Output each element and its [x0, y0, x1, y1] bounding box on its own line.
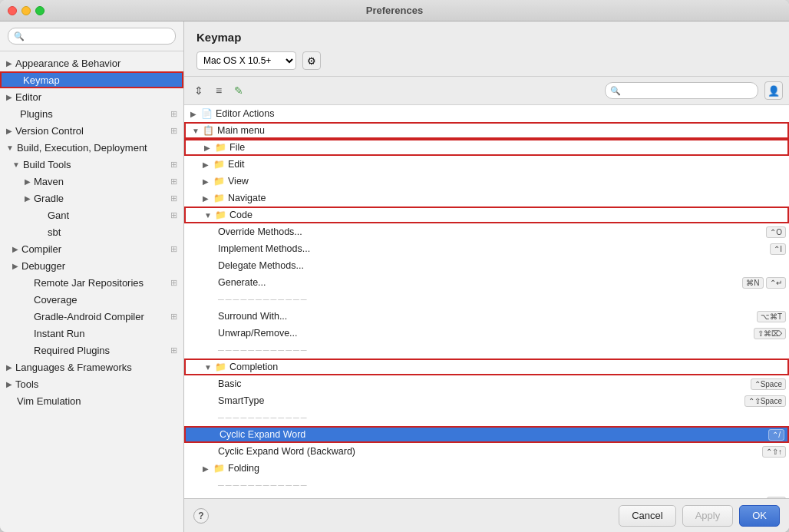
ok-button[interactable]: OK: [739, 505, 780, 527]
tree-toolbar: ⇕ ≡ ✎ 🔍 👤: [184, 77, 789, 105]
sidebar-item-sbt-label: sbt: [48, 226, 61, 238]
separator2-label: ────────────: [218, 345, 309, 355]
preferences-window: Preferences 🔍 ▶ Appearance & Behavior: [0, 0, 789, 532]
help-button[interactable]: ?: [193, 508, 209, 524]
tree-row-basic[interactable]: Basic ⌃Space: [184, 375, 789, 392]
tree-row-unwrap-remove[interactable]: Unwrap/Remove... ⇧⌘⌦: [184, 325, 789, 342]
tree-row-delegate-methods[interactable]: Delegate Methods...: [184, 257, 789, 274]
sidebar-item-version-control[interactable]: ▶ Version Control ⊞: [0, 122, 183, 139]
sidebar-item-plugins-label: Plugins: [20, 108, 53, 120]
tree-row-surround-with[interactable]: Surround With... ⌥⌘T: [184, 308, 789, 325]
sidebar-item-build-execution[interactable]: ▼ Build, Execution, Deployment: [0, 139, 183, 156]
tree-row-editor-actions[interactable]: ▶ 📄 Editor Actions: [184, 105, 789, 122]
tree-row-cyclic-expand-word-back[interactable]: Cyclic Expand Word (Backward) ⌃⇧↑: [184, 443, 789, 460]
tree-row-override-methods[interactable]: Override Methods... ⌃O: [184, 223, 789, 240]
tree-row-edit[interactable]: ▶ 📁 Edit: [184, 156, 789, 173]
generate-label: Generate...: [218, 277, 266, 288]
filter-button[interactable]: ≡: [210, 82, 227, 99]
sidebar-search-input[interactable]: [8, 28, 176, 45]
traffic-lights: [8, 6, 45, 15]
sidebar-item-gant[interactable]: Gant ⊞: [0, 207, 183, 223]
tree-row-smarttype[interactable]: SmartType ⌃⇧Space: [184, 392, 789, 409]
separator3-label: ────────────: [218, 413, 309, 422]
sidebar-item-vim-emulation[interactable]: Vim Emulation: [0, 392, 183, 409]
required-plugins-icon: ⊞: [170, 345, 177, 355]
shortcut-badge: ⇧⌘⌦: [754, 328, 786, 339]
sidebar-item-editor[interactable]: ▶ Editor: [0, 88, 183, 105]
sidebar-item-build-tools[interactable]: ▼ Build Tools ⊞: [0, 156, 183, 173]
sidebar-item-gradle[interactable]: ▶ Gradle ⊞: [0, 190, 183, 207]
help-icon: ?: [198, 511, 203, 521]
separator4-label: ────────────: [218, 481, 309, 490]
tree-row-separator3: ────────────: [184, 409, 789, 426]
file-arrow: ▶: [204, 144, 215, 152]
tree-row-generate[interactable]: Generate... ⌘N ⌃↵: [184, 274, 789, 291]
maximize-button[interactable]: [35, 6, 45, 15]
bottom-bar: ? Cancel Apply OK: [184, 498, 789, 532]
window-title: Preferences: [366, 5, 423, 16]
person-button[interactable]: 👤: [764, 81, 783, 100]
vc-arrow-icon: ▶: [6, 127, 12, 135]
sidebar-item-gant-label: Gant: [48, 210, 69, 221]
sidebar-item-plugins[interactable]: Plugins ⊞: [0, 105, 183, 122]
shortcut-badge: ⌃/: [768, 429, 784, 441]
tree-row-separator1: ────────────: [184, 291, 789, 308]
tree-row-main-menu[interactable]: ▼ 📋 Main menu: [184, 122, 789, 139]
vc-icon: ⊞: [170, 126, 177, 136]
editor-actions-icon: 📄: [201, 108, 213, 119]
tree-row-cyclic-expand-word[interactable]: Cyclic Expand Word ⌃/: [184, 426, 789, 443]
sidebar-item-gradle-android[interactable]: Gradle-Android Compiler ⊞: [0, 308, 183, 325]
scheme-select[interactable]: Mac OS X 10.5+: [196, 51, 296, 70]
sidebar-item-gradle-label: Gradle: [34, 193, 64, 204]
gradle-android-icon: ⊞: [170, 312, 177, 322]
tree-row-code[interactable]: ▼ 📁 Code: [184, 207, 789, 223]
edit-shortcut-button[interactable]: ✎: [230, 82, 247, 99]
sidebar-item-instant-run-label: Instant Run: [34, 328, 85, 339]
tree-row-completion[interactable]: ▼ 📁 Completion: [184, 359, 789, 375]
insert-live-template-label: Insert Live Template...: [218, 497, 312, 498]
minimize-button[interactable]: [21, 6, 31, 15]
sidebar-item-coverage[interactable]: Coverage: [0, 291, 183, 308]
apply-button[interactable]: Apply: [682, 505, 734, 527]
sidebar-item-keymap-label: Keymap: [23, 74, 60, 86]
tree-search-input[interactable]: [605, 82, 758, 99]
tree-row-insert-live-template[interactable]: Insert Live Template... ⌘J: [184, 494, 789, 498]
tree-row-view[interactable]: ▶ 📁 View: [184, 173, 789, 190]
tree-row-folding[interactable]: ▶ 📁 Folding: [184, 460, 789, 477]
tree-container: ▶ 📄 Editor Actions ▼ 📋 Main menu ▶ 📁 Fi: [184, 105, 789, 498]
tree-row-file[interactable]: ▶ 📁 File: [184, 139, 789, 156]
tree-row-implement-methods[interactable]: Implement Methods... ⌃I: [184, 240, 789, 257]
sidebar-item-languages[interactable]: ▶ Languages & Frameworks: [0, 359, 183, 375]
shortcut-badge: ⌃I: [770, 243, 786, 255]
sidebar-item-keymap[interactable]: Keymap: [0, 71, 183, 88]
shortcut-badge: ⌃Space: [751, 378, 786, 390]
edit-icon: 📁: [213, 159, 225, 170]
code-label: Code: [229, 210, 253, 220]
expand-all-button[interactable]: ⇕: [190, 82, 207, 99]
implement-methods-label: Implement Methods...: [218, 243, 310, 254]
build-tools-icon: ⊞: [170, 160, 177, 170]
navigate-label: Navigate: [228, 193, 266, 203]
gear-button[interactable]: ⚙: [302, 51, 321, 70]
sidebar-item-debugger[interactable]: ▶ Debugger: [0, 257, 183, 274]
sidebar-item-appearance[interactable]: ▶ Appearance & Behavior: [0, 55, 183, 71]
insert-live-template-shortcut: ⌘J: [767, 497, 786, 498]
cancel-button[interactable]: Cancel: [619, 505, 675, 527]
tree-row-navigate[interactable]: ▶ 📁 Navigate: [184, 190, 789, 207]
sidebar-item-sbt[interactable]: sbt: [0, 223, 183, 240]
basic-label: Basic: [218, 378, 242, 389]
main-menu-label: Main menu: [217, 125, 265, 136]
sidebar-item-tools[interactable]: ▶ Tools: [0, 375, 183, 392]
sidebar-item-remote-jar[interactable]: Remote Jar Repositories ⊞: [0, 274, 183, 291]
gear-icon: ⚙: [307, 55, 316, 67]
sidebar-item-instant-run[interactable]: Instant Run: [0, 325, 183, 342]
sidebar-item-compiler[interactable]: ▶ Compiler ⊞: [0, 240, 183, 257]
scheme-select-wrap: Mac OS X 10.5+: [196, 51, 296, 70]
maven-arrow-icon: ▶: [25, 177, 31, 186]
debugger-arrow-icon: ▶: [12, 262, 18, 270]
tree-search-icon: 🔍: [610, 86, 621, 96]
cyclic-expand-word-label: Cyclic Expand Word: [220, 429, 305, 440]
close-button[interactable]: [8, 6, 17, 15]
sidebar-item-maven[interactable]: ▶ Maven ⊞: [0, 173, 183, 190]
sidebar-item-required-plugins[interactable]: Required Plugins ⊞: [0, 342, 183, 359]
